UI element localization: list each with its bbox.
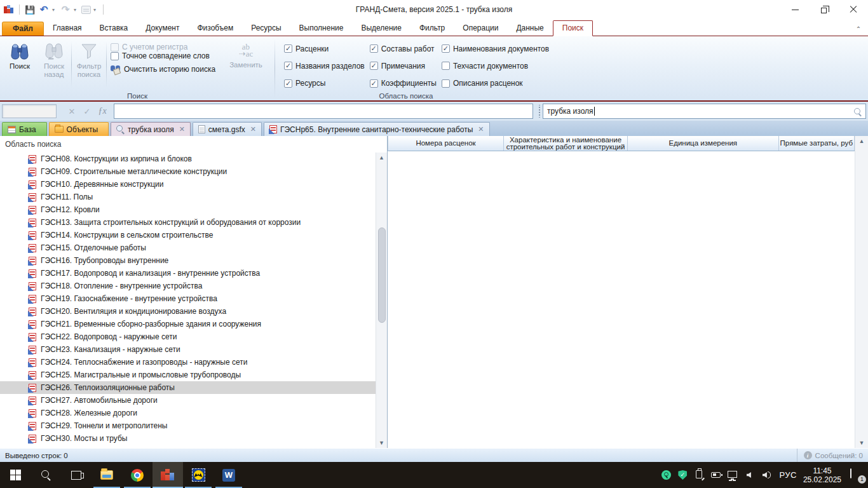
undo-icon[interactable]: ↷ bbox=[38, 4, 50, 15]
column-header[interactable]: Прямые затраты, руб bbox=[779, 136, 855, 151]
tree-item[interactable]: ГЭСН12. Кровли bbox=[0, 203, 387, 216]
drag-grip[interactable] bbox=[537, 105, 541, 118]
customize-toolbar-icon[interactable]: ▾ bbox=[93, 7, 98, 13]
tree-item[interactable]: ГЭСН15. Отделочные работы bbox=[0, 241, 387, 254]
tray-icon-slot[interactable] bbox=[661, 470, 671, 480]
left-scrollbar[interactable]: ▲ ▼ bbox=[376, 152, 387, 448]
tree-item[interactable]: ГЭСН29. Тоннели и метрополитены bbox=[0, 419, 387, 432]
search-back-button[interactable]: Поиск назад bbox=[37, 39, 71, 79]
scroll-thumb[interactable] bbox=[378, 227, 386, 323]
search-option-checkbox[interactable]: Точное совпадение слов bbox=[111, 51, 221, 60]
print-preview-icon[interactable] bbox=[81, 6, 91, 14]
taskbar-app-button[interactable] bbox=[122, 462, 153, 488]
tree-item[interactable]: ГЭСН11. Полы bbox=[0, 191, 387, 203]
close-button[interactable] bbox=[839, 0, 868, 19]
ribbon-tab[interactable]: Поиск bbox=[553, 20, 593, 36]
tree-item[interactable]: ГЭСН20. Вентиляция и кондиционирование в… bbox=[0, 305, 387, 318]
tab-file[interactable]: Файл bbox=[2, 22, 44, 36]
restore-button[interactable] bbox=[810, 0, 839, 19]
tree-item[interactable]: ГЭСН14. Конструкции в сельском строитель… bbox=[0, 229, 387, 241]
tree-item[interactable]: ГЭСН13. Защита строительных конструкций … bbox=[0, 216, 387, 229]
right-scrollbar[interactable]: ▲ ▼ bbox=[855, 136, 868, 448]
tray-icon-slot[interactable] bbox=[710, 470, 721, 480]
close-tab-icon[interactable]: ✕ bbox=[478, 125, 484, 133]
ribbon-tab[interactable]: Выделение bbox=[352, 21, 410, 36]
tree-item[interactable]: ГЭСН10. Деревянные конструкции bbox=[0, 178, 387, 191]
document-tab[interactable]: ГЭСНр65. Внутренние санитарно-технически… bbox=[264, 122, 490, 136]
area-option-checkbox[interactable]: Коэффициенты bbox=[370, 79, 437, 88]
confirm-icon[interactable]: ✓ bbox=[79, 105, 95, 118]
column-header[interactable]: Номера расценок bbox=[388, 136, 504, 151]
taskbar-search-button[interactable] bbox=[31, 462, 61, 488]
area-option-checkbox[interactable]: Техчасти документов bbox=[442, 62, 549, 71]
language-indicator[interactable]: РУС bbox=[779, 470, 797, 480]
close-tab-icon[interactable]: ✕ bbox=[179, 125, 185, 133]
undo-dropdown-icon[interactable]: ▾ bbox=[52, 7, 57, 13]
ribbon-tab[interactable]: Ресурсы bbox=[242, 21, 290, 36]
clear-search-history-button[interactable]: Очистить историю поиска bbox=[111, 65, 221, 74]
ribbon-tab[interactable]: Данные bbox=[507, 21, 552, 36]
area-option-checkbox[interactable]: Составы работ bbox=[370, 44, 437, 53]
tree-item[interactable]: ГЭСН23. Канализация - наружные сети bbox=[0, 343, 387, 356]
tree-item[interactable]: ГЭСН16. Трубопроводы внутренние bbox=[0, 254, 387, 267]
area-option-checkbox[interactable]: Расценки bbox=[284, 44, 365, 53]
cancel-icon[interactable]: ✕ bbox=[64, 105, 79, 118]
document-tab[interactable]: База bbox=[2, 122, 47, 136]
document-tab[interactable]: Объекты bbox=[49, 122, 109, 136]
tree-item[interactable]: ГЭСН18. Отопление - внутренние устройств… bbox=[0, 280, 387, 292]
tree-item[interactable]: ГЭСН30. Мосты и трубы bbox=[0, 432, 387, 445]
area-option-checkbox[interactable]: Наименования документов bbox=[442, 44, 549, 53]
name-box[interactable] bbox=[2, 104, 57, 118]
area-option-checkbox[interactable]: Описания расценок bbox=[442, 79, 549, 88]
minimize-button[interactable] bbox=[780, 0, 810, 19]
tree-item[interactable]: ГЭСН19. Газоснабжение - внутренние устро… bbox=[0, 292, 387, 305]
ribbon-tab[interactable]: Физобъем bbox=[188, 21, 242, 36]
tree-item[interactable]: ГЭСН22. Водопровод - наружные сети bbox=[0, 330, 387, 343]
tray-icon-slot[interactable] bbox=[677, 470, 688, 480]
redo-dropdown-icon[interactable]: ▾ bbox=[74, 7, 79, 13]
tree-item[interactable]: ГЭСН21. Временные сборно-разборные здани… bbox=[0, 318, 387, 330]
column-header[interactable]: Единица измерения bbox=[628, 136, 779, 151]
notification-center-button[interactable]: 1 bbox=[850, 469, 864, 482]
tree-item[interactable]: ГЭСН26. Теплоизоляционные работы bbox=[0, 381, 387, 394]
area-option-checkbox[interactable]: Названия разделов bbox=[284, 62, 365, 71]
save-icon[interactable]: 💾 bbox=[24, 4, 36, 15]
tree-item[interactable]: ГЭСН27. Автомобильные дороги bbox=[0, 394, 387, 407]
scroll-down-icon[interactable]: ▼ bbox=[376, 438, 387, 448]
tree-item[interactable]: ГЭСН08. Конструкции из кирпича и блоков bbox=[0, 152, 387, 165]
task-view-button[interactable] bbox=[61, 462, 92, 488]
area-option-checkbox[interactable]: Ресурсы bbox=[284, 79, 365, 88]
search-filter-button[interactable]: Фильтр поиска bbox=[72, 39, 106, 79]
ribbon-tab[interactable]: Вставка bbox=[91, 21, 137, 36]
replace-button[interactable]: ab⇢ac Заменить bbox=[229, 39, 263, 69]
volume-button[interactable] bbox=[760, 470, 773, 480]
taskbar-app-button[interactable] bbox=[153, 462, 183, 488]
tray-icon-slot[interactable] bbox=[694, 470, 704, 480]
app-logo-icon[interactable] bbox=[4, 5, 15, 15]
ribbon-tab[interactable]: Главная bbox=[44, 21, 91, 36]
start-button[interactable] bbox=[0, 462, 31, 488]
taskbar-app-button[interactable] bbox=[214, 462, 244, 488]
taskbar-app-button[interactable] bbox=[92, 462, 122, 488]
redo-icon[interactable]: ↷ bbox=[60, 4, 71, 15]
ribbon-tab[interactable]: Документ bbox=[137, 21, 188, 36]
scroll-up-icon[interactable]: ▲ bbox=[855, 136, 868, 146]
tree-item[interactable]: ГЭСН25. Магистральные и промысловые труб… bbox=[0, 369, 387, 381]
formula-input[interactable] bbox=[114, 104, 533, 119]
document-tab[interactable]: трубка изоля ✕ bbox=[111, 122, 191, 136]
area-option-checkbox[interactable]: Примечания bbox=[370, 62, 437, 71]
close-tab-icon[interactable]: ✕ bbox=[250, 125, 256, 133]
collapse-ribbon-icon[interactable]: ⌃ bbox=[854, 25, 863, 32]
tree-item[interactable]: ГЭСН24. Теплоснабжение и газопроводы - н… bbox=[0, 356, 387, 369]
quick-search-input[interactable]: трубка изоля bbox=[543, 104, 866, 119]
function-icon[interactable]: ƒx bbox=[95, 105, 110, 118]
messages-status[interactable]: i Сообщений: 0 bbox=[797, 449, 863, 462]
ribbon-tab[interactable]: Выполнение bbox=[290, 21, 353, 36]
search-option-checkbox[interactable]: С учетом регистра bbox=[111, 43, 221, 51]
scroll-up-icon[interactable]: ▲ bbox=[376, 152, 387, 163]
tray-icon-slot[interactable] bbox=[743, 470, 754, 480]
scroll-down-icon[interactable]: ▼ bbox=[855, 438, 868, 448]
column-header[interactable]: Характеристика и наименование строительн… bbox=[504, 136, 628, 151]
tree-item[interactable]: ГЭСН17. Водопровод и канализация - внутр… bbox=[0, 267, 387, 280]
tree-item[interactable]: ГЭСН09. Строительные металлические конст… bbox=[0, 165, 387, 178]
